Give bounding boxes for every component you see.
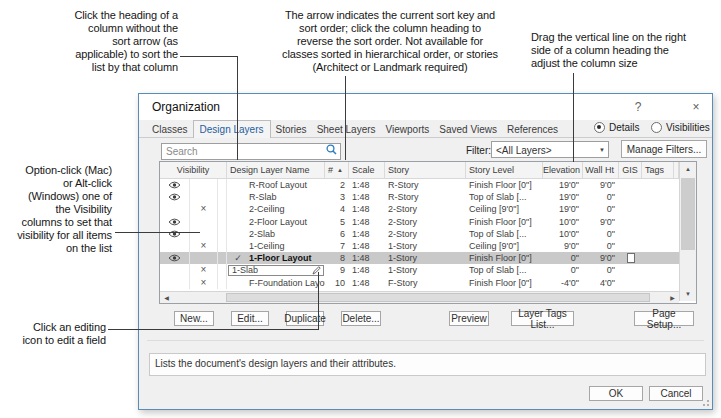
tab-classes[interactable]: Classes [147,122,193,138]
tab-saved-views[interactable]: Saved Views [434,122,502,138]
visibility-gray-cell[interactable] [218,191,227,203]
layer-name-edit-field[interactable]: 1-Slab [228,265,324,276]
cancel-button[interactable]: Cancel [649,386,703,401]
layer-name-cell[interactable]: F-Foundation Layout [227,277,325,289]
tab-stories[interactable]: Stories [271,122,312,138]
visibility-invisible-cell[interactable]: × [190,203,218,215]
layer-tags-list-button[interactable]: Layer Tags List... [511,311,574,326]
layer-number-cell: 2 [325,179,349,191]
visibility-invisible-cell[interactable] [190,252,218,264]
new-button[interactable]: New... [174,311,214,326]
column-header-[interactable]: #▲ [325,162,349,178]
table-row[interactable]: R-Roof Layout21:48R-StoryFinish Floor [0… [160,179,679,191]
invisible-x-icon: × [201,241,207,251]
visibility-visible-cell[interactable] [160,264,190,276]
help-icon[interactable]: ? [627,99,649,115]
visibility-gray-cell[interactable] [218,179,227,191]
layer-name-cell[interactable]: R-Roof Layout [227,179,325,191]
active-layer-check-empty [227,179,249,191]
column-header-wall-ht[interactable]: Wall Ht [583,162,619,178]
visibility-gray-cell[interactable] [218,203,227,215]
layer-name-cell[interactable]: 2-Ceiling [227,203,325,215]
horizontal-scrollbar-thumb[interactable] [226,293,650,302]
table-row[interactable]: ×1-Slab91:481-StoryTop of Slab [...0"0" [160,264,679,276]
visibility-gray-cell[interactable] [218,277,227,289]
column-header-elevation[interactable]: Elevation [543,162,583,178]
table-row[interactable]: 2-Slab61:482-StoryTop of Slab [...10'0"0… [160,228,679,240]
visibility-visible-cell[interactable] [160,203,190,215]
layer-name-cell[interactable]: 1-Ceiling [227,240,325,252]
sort-arrow-icon: ▲ [337,167,343,173]
gis-cell [619,240,642,252]
visibility-visible-cell[interactable] [160,216,190,228]
table-row[interactable]: ×1-Ceiling71:481-StoryCeiling [9'0"]9'0"… [160,240,679,252]
resize-grip[interactable] [700,397,709,406]
tab-design-layers[interactable]: Design Layers [193,120,271,138]
column-header-visibility[interactable]: Visibility [160,162,227,178]
visibility-invisible-cell[interactable]: × [190,264,218,276]
visibility-gray-cell[interactable] [218,228,227,240]
layer-name-cell[interactable]: ✓1-Floor Layout [227,252,325,264]
delete-button[interactable]: Delete... [341,311,381,326]
details-radio[interactable]: Details [594,122,640,133]
search-input[interactable] [161,143,341,160]
horizontal-scrollbar[interactable]: ◀ ▶ [160,291,679,303]
visibility-gray-cell[interactable] [218,264,227,276]
visibility-visible-cell[interactable] [160,277,190,289]
visibility-invisible-cell[interactable] [190,191,218,203]
visibility-visible-cell[interactable] [160,228,190,240]
filter-dropdown[interactable]: <All Layers> ▼ [491,141,609,158]
visibilities-radio-input[interactable] [651,122,662,133]
ok-button[interactable]: OK [589,386,643,401]
filter-value: <All Layers> [496,145,552,156]
story-cell: 2-Story [385,203,466,215]
scroll-left-icon[interactable]: ◀ [160,292,173,303]
organization-dialog: Organization ? × ClassesDesign LayersSto… [138,93,713,410]
scroll-right-icon[interactable]: ▶ [666,292,679,303]
visibility-visible-cell[interactable] [160,240,190,252]
visibility-visible-cell[interactable] [160,252,190,264]
page-setup-button[interactable]: Page Setup... [634,311,694,326]
layer-name-cell[interactable]: 1-Slab [227,264,325,276]
close-icon[interactable]: × [685,99,707,115]
pencil-icon[interactable] [312,266,321,275]
visibility-invisible-cell[interactable] [190,179,218,191]
column-header-gis[interactable]: GIS [619,162,642,178]
tab-viewports[interactable]: Viewports [381,122,435,138]
visibility-visible-cell[interactable] [160,191,190,203]
column-header-story[interactable]: Story [385,162,466,178]
layer-name-cell[interactable]: 2-Slab [227,228,325,240]
scroll-down-icon[interactable]: ▼ [680,287,696,301]
visibility-invisible-cell[interactable] [190,216,218,228]
tab-references[interactable]: References [502,122,563,138]
dialog-titlebar[interactable]: Organization ? × [139,94,712,120]
visibilities-radio[interactable]: Visibilities [651,122,710,133]
column-header-story-level[interactable]: Story Level [466,162,543,178]
column-header-tags[interactable]: Tags [642,162,674,178]
column-header-design-layer-name[interactable]: Design Layer Name [227,162,325,178]
tab-sheet-layers[interactable]: Sheet Layers [312,122,381,138]
table-row[interactable]: ✓1-Floor Layout81:481-StoryFinish Floor … [160,252,679,264]
scroll-up-icon[interactable]: ▲ [680,162,696,176]
column-header-scale[interactable]: Scale [349,162,385,178]
visibility-gray-cell[interactable] [218,252,227,264]
preview-button[interactable]: Preview [449,311,489,326]
layer-name-cell[interactable]: R-Slab [227,191,325,203]
visibility-gray-cell[interactable] [218,216,227,228]
vertical-scrollbar-thumb[interactable] [681,178,695,250]
visibility-invisible-cell[interactable]: × [190,240,218,252]
vertical-scrollbar[interactable]: ▲ ▼ [679,162,696,301]
table-row[interactable]: R-Slab31:48R-StoryTop of Slab [...19'0"0… [160,191,679,203]
table-row[interactable]: ×F-Foundation Layout101:48F-StoryFinish … [160,277,679,289]
visibility-visible-cell[interactable] [160,179,190,191]
visibility-invisible-cell[interactable] [190,228,218,240]
edit-button[interactable]: Edit... [231,311,269,326]
details-radio-input[interactable] [594,122,605,133]
manage-filters-button[interactable]: Manage Filters... [621,140,707,158]
visibility-invisible-cell[interactable]: × [190,277,218,289]
scale-cell: 1:48 [349,264,385,276]
visibility-gray-cell[interactable] [218,240,227,252]
layer-name-cell[interactable]: 2-Floor Layout [227,216,325,228]
table-row[interactable]: 2-Floor Layout51:482-StoryFinish Floor [… [160,216,679,228]
table-row[interactable]: ×2-Ceiling41:482-StoryCeiling [9'0"]19'0… [160,203,679,215]
